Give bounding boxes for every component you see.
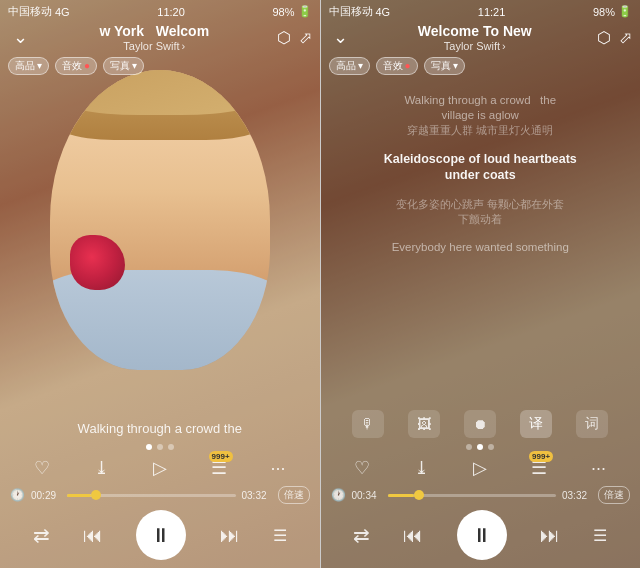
right-video-icon[interactable]: ▷	[473, 457, 487, 479]
photo-label: 写真	[110, 59, 130, 73]
progress-track[interactable]	[67, 494, 236, 497]
right-dot-1	[466, 444, 472, 450]
more-icon[interactable]: ···	[271, 458, 286, 479]
right-artist-name[interactable]: Taylor Swift ›	[353, 40, 598, 52]
lyric-zh-1: 穿越重重人群 城市里灯火通明	[337, 123, 625, 137]
album-art-spacer	[0, 78, 320, 413]
network-label: 4G	[55, 6, 70, 18]
right-playlist-icon[interactable]: ☰ 999+	[531, 457, 547, 479]
right-song-title-text: Welcome To New	[418, 23, 532, 39]
status-left: 中国移动 4G	[8, 4, 70, 19]
lyric-line-1: Walking through a crowd the village is a…	[337, 90, 625, 140]
right-quality-bar: 高品 ▾ 音效 ● 写真 ▾	[321, 54, 641, 78]
lyric-line-4: Everybody here wanted something	[337, 237, 625, 258]
right-carrier-label: 中国移动	[329, 4, 373, 19]
lyrics-icon[interactable]: 词	[576, 410, 608, 438]
right-battery-icon: 🔋	[618, 5, 632, 18]
right-playlist-badge: 999+	[529, 451, 553, 462]
progress-area: 🕐 00:29 03:32 倍速	[0, 484, 320, 506]
like-icon[interactable]: ♡	[34, 457, 50, 479]
artist-name[interactable]: Taylor Swift ›	[32, 40, 277, 52]
translate-icon[interactable]: 译	[520, 410, 552, 438]
right-back-arrow-icon[interactable]: ⌄	[329, 26, 353, 48]
right-effects-button[interactable]: 音效 ●	[376, 57, 418, 75]
clock-icon: 🕐	[10, 488, 25, 502]
back-arrow-icon[interactable]: ⌄	[8, 26, 32, 48]
song-title: w York Welcom	[32, 23, 277, 40]
effects-button[interactable]: 音效 ●	[55, 57, 97, 75]
lyric-en-1: Walking through a crowd the	[337, 93, 625, 108]
right-next-button[interactable]: ⏭	[540, 524, 560, 547]
status-right: 98% 🔋	[272, 5, 311, 18]
image-icon[interactable]: 🖼	[408, 410, 440, 438]
right-artist-arrow-icon: ›	[502, 40, 506, 52]
lyrics-content: Walking through a crowd the village is a…	[321, 78, 641, 405]
lyric-en-active-1: Kaleidoscope of loud heartbeats	[337, 151, 625, 167]
right-action-row: ♡ ⤓ ▷ ☰ 999+ ···	[321, 452, 641, 484]
quality-button[interactable]: 高品 ▾	[8, 57, 49, 75]
video-icon[interactable]: ▷	[153, 457, 167, 479]
right-pause-button[interactable]: ⏸	[457, 510, 507, 560]
right-menu-button[interactable]: ☰	[593, 526, 607, 545]
right-like-icon[interactable]: ♡	[354, 457, 370, 479]
lyric-zh-3a: 变化多姿的心跳声 每颗心都在外套	[337, 197, 625, 211]
playlist-badge: 999+	[209, 451, 233, 462]
pause-button[interactable]: ⏸	[136, 510, 186, 560]
nav-icons: ⬡ ⬀	[277, 28, 312, 47]
left-player-panel: 中国移动 4G 11:20 98% 🔋 ⌄ w York Welcom Tayl…	[0, 0, 320, 568]
right-share-icon[interactable]: ⬀	[619, 28, 632, 47]
photo-button[interactable]: 写真 ▾	[103, 57, 144, 75]
right-player-panel: 中国移动 4G 11:21 98% 🔋 ⌄ Welcome To New Tay…	[321, 0, 641, 568]
artist-label: Taylor Swift	[123, 40, 179, 52]
right-progress-track[interactable]	[388, 494, 557, 497]
right-photo-label: 写真	[431, 59, 451, 73]
right-effects-label: 音效	[383, 59, 403, 73]
right-photo-dropdown-icon: ▾	[453, 60, 458, 71]
right-dot-3	[488, 444, 494, 450]
right-download-icon[interactable]: ⤓	[414, 457, 429, 479]
right-nav-icons: ⬡ ⬀	[597, 28, 632, 47]
right-clock-icon: 🕐	[331, 488, 346, 502]
photo-dropdown-icon: ▾	[132, 60, 137, 71]
right-quality-button[interactable]: 高品 ▾	[329, 57, 370, 75]
dot-1	[146, 444, 152, 450]
right-quality-label: 高品	[336, 59, 356, 73]
vinyl-icon[interactable]: ⏺	[464, 410, 496, 438]
right-airplay-icon[interactable]: ⬡	[597, 28, 611, 47]
speed-button[interactable]: 倍速	[278, 486, 310, 504]
top-nav: ⌄ w York Welcom Taylor Swift › ⬡ ⬀	[0, 21, 320, 54]
menu-button[interactable]: ☰	[273, 526, 287, 545]
lyric-zh-3b: 下颤动着	[337, 212, 625, 226]
right-progress-area: 🕐 00:34 03:32 倍速	[321, 484, 641, 506]
lyric-en-4: Everybody here wanted something	[337, 240, 625, 255]
download-icon[interactable]: ⤓	[94, 457, 109, 479]
right-quality-dropdown-icon: ▾	[358, 60, 363, 71]
right-speed-button[interactable]: 倍速	[598, 486, 630, 504]
right-top-nav: ⌄ Welcome To New Taylor Swift › ⬡ ⬀	[321, 21, 641, 54]
battery-label: 98%	[272, 6, 294, 18]
mic-icon[interactable]: 🎙	[352, 410, 384, 438]
shuffle-button[interactable]: ⇄	[33, 523, 50, 547]
right-artist-label: Taylor Swift	[444, 40, 500, 52]
right-progress-thumb	[414, 490, 424, 500]
page-dots	[0, 440, 320, 452]
playlist-icon[interactable]: ☰ 999+	[211, 457, 227, 479]
right-shuffle-button[interactable]: ⇄	[353, 523, 370, 547]
right-effects-indicator: ●	[405, 60, 411, 71]
right-prev-button[interactable]: ⏮	[403, 524, 423, 547]
action-row: ♡ ⤓ ▷ ☰ 999+ ···	[0, 452, 320, 484]
current-lyric: Walking through a crowd the	[0, 413, 320, 440]
share-icon[interactable]: ⬀	[299, 28, 312, 47]
right-photo-button[interactable]: 写真 ▾	[424, 57, 465, 75]
dot-2	[157, 444, 163, 450]
right-current-time: 00:34	[352, 490, 382, 501]
dot-3	[168, 444, 174, 450]
next-button[interactable]: ⏭	[220, 524, 240, 547]
controls-row: ⇄ ⏮ ⏸ ⏭ ☰	[0, 506, 320, 568]
time-label: 11:20	[157, 6, 185, 18]
right-more-icon[interactable]: ···	[591, 458, 606, 479]
lyric-text: Walking through a crowd the	[78, 421, 242, 436]
prev-button[interactable]: ⏮	[83, 524, 103, 547]
airplay-icon[interactable]: ⬡	[277, 28, 291, 47]
right-controls-row: ⇄ ⏮ ⏸ ⏭ ☰	[321, 506, 641, 568]
